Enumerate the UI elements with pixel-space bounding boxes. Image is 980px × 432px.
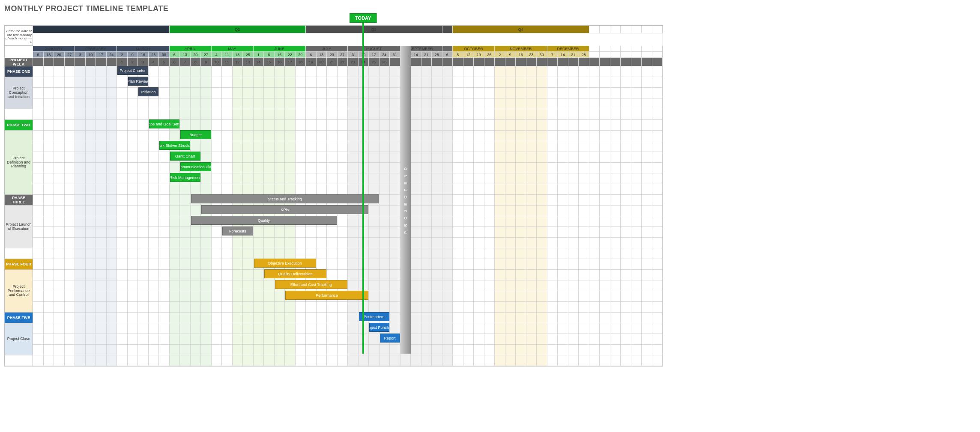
gantt-bar[interactable]: Project Charter — [117, 66, 148, 75]
grid-cell — [296, 173, 306, 184]
grid-cell — [474, 152, 484, 163]
grid-cell — [191, 141, 201, 152]
grid-cell — [600, 131, 610, 141]
gantt-bar[interactable]: Objective Execution — [254, 259, 316, 268]
grid-cell — [411, 195, 421, 206]
grid-cell — [65, 248, 75, 259]
gantt-bar[interactable]: Gantt Chart — [170, 152, 201, 161]
grid-cell — [442, 280, 453, 291]
grid-cell — [138, 184, 149, 195]
grid-cell — [631, 355, 642, 366]
grid-cell — [54, 355, 65, 366]
gantt-bar[interactable]: Report — [380, 334, 400, 343]
quarter-header: Q1 — [33, 26, 170, 33]
grid-cell — [568, 238, 579, 248]
grid-cell — [537, 152, 547, 163]
grid-cell — [516, 270, 526, 280]
gantt-bar[interactable]: Performance — [285, 291, 368, 300]
grid-cell — [222, 141, 233, 152]
gantt-bar[interactable]: Effort and Cost Tracking — [275, 280, 348, 289]
grid-cell — [379, 291, 390, 302]
grid-cell — [359, 355, 369, 366]
grid-cell — [537, 248, 547, 259]
grid-cell — [107, 355, 117, 366]
gantt-bar[interactable]: KPIs — [201, 205, 368, 214]
grid-cell — [652, 291, 663, 302]
grid-cell — [222, 238, 233, 248]
grid-cell — [369, 227, 379, 238]
grid-cell — [180, 248, 191, 259]
grid-cell — [453, 334, 463, 345]
grid-cell — [201, 302, 212, 313]
grid-cell — [505, 120, 516, 131]
grid-cell — [201, 141, 212, 152]
grid-cell — [254, 131, 264, 141]
grid-cell — [390, 66, 400, 77]
grid-cell — [610, 77, 621, 88]
gantt-bar[interactable]: Quality — [191, 216, 337, 225]
gantt-bar[interactable]: Work Bkdwn Structure — [159, 141, 190, 150]
gantt-bar[interactable]: Communication Plan — [180, 162, 211, 171]
week-number — [631, 58, 642, 66]
week-number: 9 — [201, 58, 212, 66]
grid-cell — [558, 152, 568, 163]
gantt-bar[interactable]: Postmortem — [359, 312, 390, 321]
week-number — [652, 58, 663, 66]
gantt-bar[interactable]: Forecasts — [222, 226, 253, 235]
grid-cell — [631, 313, 642, 323]
grid-cell — [191, 184, 201, 195]
grid-cell — [526, 313, 537, 323]
gantt-bar[interactable]: Plan Review — [128, 77, 148, 86]
quarter-header: Q4 — [453, 26, 589, 33]
grid-cell — [254, 152, 264, 163]
grid-cell — [75, 77, 86, 88]
grid-cell — [254, 66, 264, 77]
grid-cell — [338, 259, 348, 270]
grid-cell — [222, 163, 233, 173]
grid-cell — [495, 77, 505, 88]
grid-cell — [600, 163, 610, 173]
grid-cell — [642, 77, 652, 88]
week-number — [463, 58, 474, 66]
grid-cell — [33, 195, 44, 206]
grid-cell — [96, 141, 107, 152]
grid-cell — [379, 345, 390, 355]
gantt-bar[interactable]: Status and Tracking — [191, 194, 379, 203]
grid-cell — [484, 131, 495, 141]
grid-cell — [537, 98, 547, 109]
grid-cell — [568, 88, 579, 98]
grid-cell — [495, 141, 505, 152]
grid-cell — [107, 302, 117, 313]
gantt-bar[interactable]: Risk Management — [170, 173, 201, 182]
date-header: 12 — [463, 52, 474, 58]
gantt-bar[interactable]: Initiation — [138, 87, 158, 96]
grid-cell — [600, 120, 610, 131]
grid-cell — [54, 77, 65, 88]
grid-cell — [243, 291, 254, 302]
grid-cell — [411, 248, 421, 259]
grid-cell — [642, 206, 652, 216]
grid-cell — [317, 313, 327, 323]
grid-cell — [33, 302, 44, 313]
grid-cell — [201, 152, 212, 163]
gantt-bar[interactable]: Budget — [180, 130, 211, 139]
grid-cell — [474, 270, 484, 280]
grid-cell — [495, 334, 505, 345]
date-header: 7 — [547, 52, 558, 58]
grid-cell — [484, 227, 495, 238]
grid-cell — [317, 152, 327, 163]
gantt-bar[interactable]: Project Punchlist — [369, 323, 389, 332]
grid-cell — [558, 302, 568, 313]
grid-cell — [400, 238, 411, 248]
grid-cell — [369, 291, 379, 302]
grid-cell — [348, 323, 359, 334]
grid-cell — [589, 355, 600, 366]
grid-cell — [453, 66, 463, 77]
grid-cell — [212, 345, 222, 355]
gantt-bar[interactable]: Quality Deliverables — [264, 269, 326, 278]
grid-cell — [75, 323, 86, 334]
grid-cell — [327, 77, 338, 88]
date-header: 7 — [400, 52, 411, 58]
gantt-bar[interactable]: Scope and Goal Setting — [149, 119, 180, 128]
grid-cell — [170, 88, 180, 98]
